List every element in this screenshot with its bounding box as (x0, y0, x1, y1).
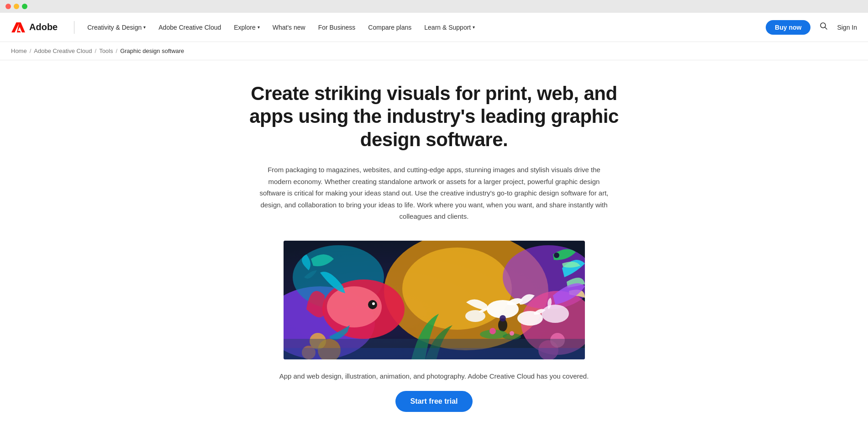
minimize-button[interactable] (14, 4, 19, 9)
chevron-down-icon: ▾ (473, 25, 475, 30)
breadcrumb-creative-cloud[interactable]: Adobe Creative Cloud (34, 47, 92, 54)
title-bar (0, 0, 868, 13)
svg-point-4 (402, 248, 512, 330)
svg-point-27 (510, 331, 514, 336)
adobe-logo-icon (11, 22, 26, 32)
svg-point-12 (372, 302, 375, 305)
chevron-down-icon: ▾ (143, 25, 146, 30)
close-button[interactable] (5, 4, 11, 9)
nav-item-whats-new[interactable]: What's new (267, 20, 311, 35)
breadcrumb: Home / Adobe Creative Cloud / Tools / Gr… (0, 42, 868, 60)
hero-illustration (284, 241, 585, 359)
nav-right-actions: Buy now Sign In (766, 20, 857, 35)
breadcrumb-separator: / (30, 47, 32, 54)
hero-image (284, 241, 585, 359)
nav-divider (74, 21, 74, 34)
page-title: Create striking visuals for print, web, … (240, 82, 629, 151)
search-icon (820, 22, 828, 30)
nav-item-creative-cloud[interactable]: Adobe Creative Cloud (153, 20, 226, 35)
svg-point-30 (554, 253, 559, 258)
search-button[interactable] (818, 20, 830, 34)
svg-point-23 (500, 315, 506, 322)
adobe-wordmark: Adobe (29, 22, 58, 32)
main-nav: Adobe Creativity & Design ▾ Adobe Creati… (0, 13, 868, 42)
hero-caption: App and web design, illustration, animat… (240, 372, 629, 380)
start-trial-button[interactable]: Start free trial (395, 391, 472, 412)
sign-in-link[interactable]: Sign In (837, 24, 857, 31)
nav-item-explore[interactable]: Explore ▾ (228, 20, 265, 35)
chevron-down-icon: ▾ (258, 25, 260, 30)
buy-now-button[interactable]: Buy now (766, 20, 810, 35)
main-content: Create striking visuals for print, web, … (229, 60, 640, 439)
svg-rect-29 (284, 348, 585, 359)
maximize-button[interactable] (22, 4, 27, 9)
nav-item-for-business[interactable]: For Business (313, 20, 361, 35)
nav-item-creativity-design[interactable]: Creativity & Design ▾ (82, 20, 151, 35)
breadcrumb-separator: / (95, 47, 97, 54)
breadcrumb-current: Graphic design software (120, 47, 184, 54)
svg-point-21 (542, 305, 569, 323)
breadcrumb-home[interactable]: Home (11, 47, 27, 54)
nav-item-learn-support[interactable]: Learn & Support ▾ (419, 20, 480, 35)
breadcrumb-tools[interactable]: Tools (99, 47, 113, 54)
svg-point-26 (489, 328, 496, 334)
nav-item-compare-plans[interactable]: Compare plans (363, 20, 417, 35)
breadcrumb-separator: / (116, 47, 118, 54)
page-description: From packaging to magazines, websites, a… (256, 164, 612, 222)
nav-links-container: Creativity & Design ▾ Adobe Creative Clo… (82, 20, 766, 35)
svg-line-1 (825, 27, 827, 30)
adobe-logo-link[interactable]: Adobe (11, 22, 58, 32)
